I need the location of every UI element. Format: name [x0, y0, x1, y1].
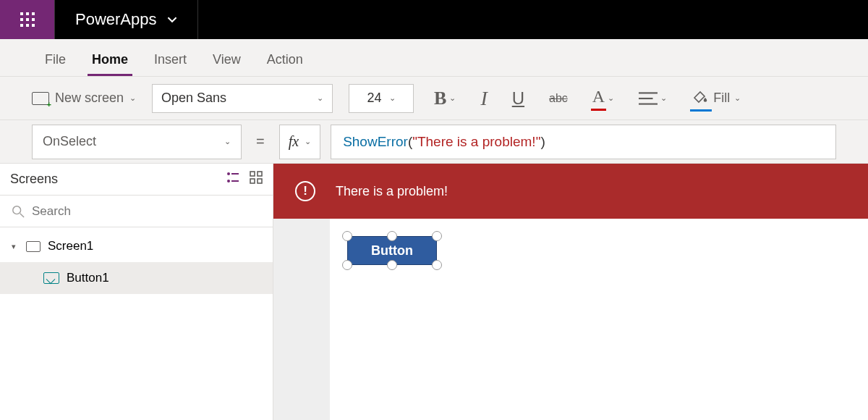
underline-icon: U [512, 88, 524, 109]
app-title: PowerApps [75, 10, 157, 29]
svg-point-14 [228, 180, 229, 182]
svg-rect-17 [258, 172, 262, 176]
fill-color-button[interactable]: Fill ⌄ [687, 88, 745, 109]
resize-handle-s[interactable] [387, 260, 397, 270]
fx-icon: fx [289, 133, 299, 150]
align-icon [639, 91, 658, 106]
canvas-button-label: Button [371, 243, 413, 259]
error-glyph: ! [303, 184, 307, 198]
canvas-area: ! There is a problem! Button [273, 164, 868, 420]
svg-line-21 [20, 213, 24, 217]
font-family-value: Open Sans [161, 91, 226, 106]
formula-token-fn: ShowError [343, 134, 408, 150]
ribbon-home: New screen ⌄ Open Sans ⌄ 24 ⌄ B ⌄ I U ab… [0, 77, 868, 120]
chevron-down-icon: ⌄ [317, 93, 323, 103]
resize-handle-sw[interactable] [342, 260, 352, 270]
app-header: PowerApps [0, 0, 868, 39]
formula-bar: OnSelect ⌄ = fx ⌄ ShowError ( "There is … [0, 120, 868, 164]
property-dropdown[interactable]: OnSelect ⌄ [32, 125, 242, 159]
svg-rect-7 [26, 24, 29, 27]
svg-rect-18 [250, 179, 255, 183]
tree-view-icon[interactable] [226, 171, 239, 188]
resize-handle-ne[interactable] [432, 231, 442, 241]
chevron-down-icon: ⌄ [734, 93, 741, 103]
svg-rect-19 [258, 179, 262, 183]
chevron-down-icon: ⌄ [129, 93, 136, 103]
error-banner: ! There is a problem! [273, 164, 868, 219]
svg-rect-2 [32, 12, 35, 15]
italic-button[interactable]: I [476, 87, 491, 110]
strikethrough-icon: abc [549, 92, 568, 105]
tree-item-screen1[interactable]: ▾ Screen1 [0, 230, 273, 262]
font-color-button[interactable]: A ⌄ [588, 87, 618, 109]
paint-bucket-icon [692, 88, 709, 105]
tab-home[interactable]: Home [79, 45, 141, 76]
svg-rect-6 [20, 24, 23, 27]
button-control-icon [43, 272, 59, 284]
font-size-dropdown[interactable]: 24 ⌄ [349, 84, 414, 113]
svg-rect-5 [32, 18, 35, 21]
screens-panel-header: Screens [0, 164, 273, 196]
svg-point-12 [228, 173, 229, 175]
fill-label: Fill [713, 91, 730, 106]
property-value: OnSelect [43, 134, 96, 149]
underline-button[interactable]: U [508, 88, 529, 109]
bold-icon: B [434, 88, 446, 109]
new-screen-button[interactable]: New screen ⌄ [32, 91, 136, 106]
canvas-button-control[interactable]: Button [347, 236, 437, 265]
waffle-icon [20, 12, 35, 27]
screen-icon [26, 241, 41, 252]
tree-view: ▾ Screen1 Button1 [0, 227, 273, 294]
svg-rect-16 [250, 172, 255, 176]
screens-panel-title: Screens [10, 172, 58, 187]
fx-dropdown[interactable]: fx ⌄ [279, 125, 320, 159]
svg-rect-8 [32, 24, 35, 27]
main-area: Screens [0, 164, 868, 420]
search-wrap [0, 196, 273, 227]
formula-token-string: "There is a problem!" [412, 134, 540, 150]
chevron-down-icon [167, 14, 177, 25]
font-color-icon: A [592, 87, 605, 109]
italic-icon: I [480, 87, 487, 110]
chevron-down-icon: ⌄ [449, 93, 456, 103]
tree-item-button1[interactable]: Button1 [0, 262, 273, 294]
strikethrough-button[interactable]: abc [545, 92, 572, 105]
formula-token-close: ) [540, 134, 545, 150]
chevron-down-icon: ⌄ [660, 93, 667, 103]
ribbon-tabs: File Home Insert View Action [0, 39, 868, 77]
design-canvas[interactable]: Button [330, 219, 868, 420]
resize-handle-n[interactable] [387, 231, 397, 241]
search-icon [12, 205, 25, 218]
tab-file[interactable]: File [32, 45, 79, 76]
chevron-down-icon: ⌄ [608, 93, 614, 103]
error-message: There is a problem! [336, 184, 448, 199]
bold-button[interactable]: B ⌄ [430, 88, 460, 109]
search-input[interactable] [32, 204, 261, 219]
svg-rect-3 [20, 18, 23, 21]
app-launcher-button[interactable] [0, 0, 55, 39]
tab-action[interactable]: Action [254, 45, 316, 76]
tree-item-label: Screen1 [48, 239, 93, 253]
chevron-down-icon: ⌄ [224, 137, 231, 146]
app-title-dropdown[interactable]: PowerApps [55, 0, 198, 39]
tab-view[interactable]: View [200, 45, 254, 76]
fill-swatch [690, 109, 712, 112]
equals-sign: = [252, 133, 269, 150]
resize-handle-se[interactable] [432, 260, 442, 270]
align-button[interactable]: ⌄ [634, 91, 671, 106]
thumbnail-view-icon[interactable] [250, 171, 263, 188]
collapse-icon: ▾ [12, 242, 19, 251]
svg-rect-0 [20, 12, 23, 15]
svg-point-20 [13, 206, 21, 214]
new-screen-icon [32, 92, 49, 105]
font-size-value: 24 [367, 91, 382, 106]
svg-rect-1 [26, 12, 29, 15]
left-panel: Screens [0, 164, 273, 420]
resize-handle-nw[interactable] [342, 231, 352, 241]
svg-rect-4 [26, 18, 29, 21]
font-family-dropdown[interactable]: Open Sans ⌄ [152, 84, 333, 113]
formula-input[interactable]: ShowError ( "There is a problem!" ) [331, 125, 836, 159]
tab-insert[interactable]: Insert [141, 45, 200, 76]
error-icon: ! [295, 181, 315, 201]
chevron-down-icon: ⌄ [305, 137, 311, 146]
